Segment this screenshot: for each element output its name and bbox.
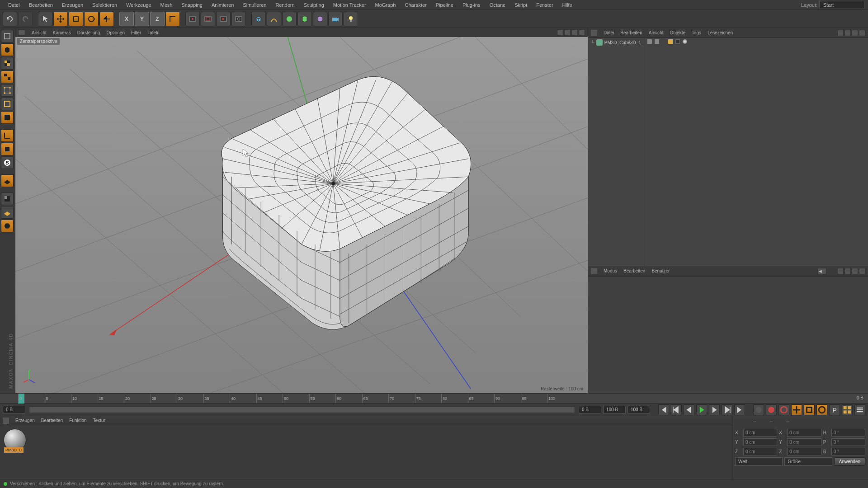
spline-pen[interactable] [267, 12, 281, 26]
vp-tafeln[interactable]: Tafeln [147, 30, 160, 35]
key-pos[interactable] [791, 404, 802, 415]
rot-val-Z[interactable]: 0 ° [831, 448, 865, 455]
mm-funktion[interactable]: Funktion [69, 418, 86, 423]
edge-mode[interactable] [1, 98, 14, 110]
am-bearbeiten[interactable]: Bearbeiten [623, 268, 645, 273]
mat-options-icon[interactable] [3, 418, 9, 424]
menu-skript[interactable]: Skript [510, 1, 532, 9]
autokey-button[interactable] [766, 404, 777, 415]
next-frame[interactable] [709, 404, 720, 415]
snap-toggle[interactable]: S [1, 156, 14, 169]
mm-erzeugen[interactable]: Erzeugen [15, 418, 35, 423]
am-lock-icon[interactable] [837, 268, 844, 274]
layout-select[interactable]: Start [819, 1, 864, 9]
om-tags[interactable]: Tags [692, 30, 701, 35]
range-start[interactable]: 0 B [579, 406, 601, 413]
range-end[interactable]: 100 B [603, 406, 626, 413]
render-settings[interactable] [231, 12, 246, 26]
mm-textur[interactable]: Textur [93, 418, 105, 423]
vp-ansicht[interactable]: Ansicht [32, 30, 47, 35]
om-ansicht[interactable]: Ansicht [649, 30, 664, 35]
om-objekte[interactable]: Objekte [670, 30, 685, 35]
object-manager[interactable]: └ PM3D_Cube3D_1 [588, 38, 868, 266]
goto-start[interactable] [658, 404, 669, 415]
menu-motiontracker[interactable]: Motion Tracker [329, 1, 371, 9]
om-view-icon[interactable] [852, 30, 858, 36]
am-benutzer[interactable]: Benutzer [651, 268, 670, 273]
vp-maximize-icon[interactable] [579, 29, 585, 36]
menu-mograph[interactable]: MoGraph [371, 1, 401, 9]
keyframe-sel[interactable] [778, 404, 789, 415]
nav-axis-widget[interactable]: y [20, 366, 38, 384]
phong-tag-icon[interactable] [668, 39, 673, 44]
coord-system-dd[interactable]: Welt [735, 457, 783, 466]
size-val-Z[interactable]: 0 cm [787, 448, 821, 455]
menu-datei[interactable]: Datei [4, 1, 24, 9]
camera[interactable] [328, 12, 343, 26]
menu-plugins[interactable]: Plug-ins [458, 1, 485, 9]
material-manager[interactable]: Erzeugen Bearbeiten Funktion Textur PM3D… [0, 416, 732, 488]
visibility-render[interactable] [655, 39, 659, 44]
om-collapse-icon[interactable] [859, 30, 865, 36]
key-param[interactable]: P [829, 404, 840, 415]
generator[interactable] [282, 12, 297, 26]
undo-button[interactable] [3, 12, 17, 26]
polygon-mode[interactable] [1, 111, 14, 124]
menu-werkzeuge[interactable]: Werkzeuge [122, 1, 156, 9]
menu-bearbeiten[interactable]: Bearbeiten [24, 1, 57, 9]
timeline-ruler[interactable]: 0 B 051015202530354045505560657075808590… [0, 394, 868, 404]
frame-end[interactable]: 100 B [627, 406, 650, 413]
vp-filter[interactable]: Filter [131, 30, 141, 35]
mm-bearbeiten[interactable]: Bearbeiten [41, 418, 63, 423]
size-val-X[interactable]: 0 cm [787, 429, 821, 436]
deformer[interactable] [297, 12, 312, 26]
model-mode[interactable] [1, 43, 14, 56]
key-more[interactable] [854, 404, 865, 415]
prev-frame[interactable] [684, 404, 694, 415]
frame-start[interactable]: 0 B [3, 406, 25, 413]
pos-val-X[interactable]: 0 cm [743, 429, 777, 436]
make-editable[interactable] [1, 30, 14, 42]
scale-tool[interactable] [69, 12, 83, 26]
om-filter-icon[interactable] [844, 30, 851, 36]
point-mode[interactable] [1, 84, 14, 97]
viewport-options-icon[interactable] [18, 29, 25, 36]
viewport-3d[interactable]: y Rasterweite : 100 cm [15, 37, 588, 393]
attr-options-icon[interactable] [591, 268, 597, 274]
interactive-workplane[interactable] [1, 220, 14, 232]
render-pv[interactable] [216, 12, 231, 26]
menu-erzeugen[interactable]: Erzeugen [57, 1, 88, 9]
key-options[interactable] [842, 404, 853, 415]
key-scale[interactable] [804, 404, 815, 415]
coord-system[interactable] [165, 12, 180, 26]
y-axis-lock[interactable]: Y [135, 12, 149, 26]
material-thumb[interactable]: PM3D_C [4, 429, 26, 451]
coord-size-dd[interactable]: Größe [784, 457, 832, 466]
workplane[interactable] [1, 174, 14, 187]
vp-rotate-icon[interactable] [571, 29, 578, 36]
render-region[interactable] [201, 12, 215, 26]
viewport-solo[interactable] [1, 143, 14, 155]
pos-val-Y[interactable]: 0 cm [743, 438, 777, 446]
om-search-icon[interactable] [837, 30, 844, 36]
menu-charakter[interactable]: Charakter [400, 1, 431, 9]
panel-options-icon[interactable] [591, 30, 597, 36]
timeline-range-slider[interactable] [29, 407, 575, 413]
pos-val-Z[interactable]: 0 cm [743, 448, 777, 455]
am-mode-icon[interactable] [859, 268, 865, 274]
object-row[interactable]: └ PM3D_Cube3D_1 [588, 38, 644, 47]
vp-move-icon[interactable] [557, 29, 563, 36]
am-up-icon[interactable] [852, 268, 858, 274]
am-back-icon[interactable]: ◄ [817, 268, 826, 274]
move-tool[interactable] [53, 12, 68, 26]
record-button[interactable] [753, 404, 764, 415]
texture-tag-icon[interactable] [675, 39, 680, 44]
menu-hilfe[interactable]: Hilfe [558, 1, 577, 9]
om-datei[interactable]: Datei [604, 30, 614, 35]
menu-rendern[interactable]: Rendern [271, 1, 299, 9]
render-view[interactable] [185, 12, 200, 26]
menu-selektieren[interactable]: Selektieren [88, 1, 122, 9]
size-val-Y[interactable]: 0 cm [787, 438, 821, 446]
select-tool[interactable] [38, 12, 52, 26]
vp-zoom-icon[interactable] [564, 29, 571, 36]
